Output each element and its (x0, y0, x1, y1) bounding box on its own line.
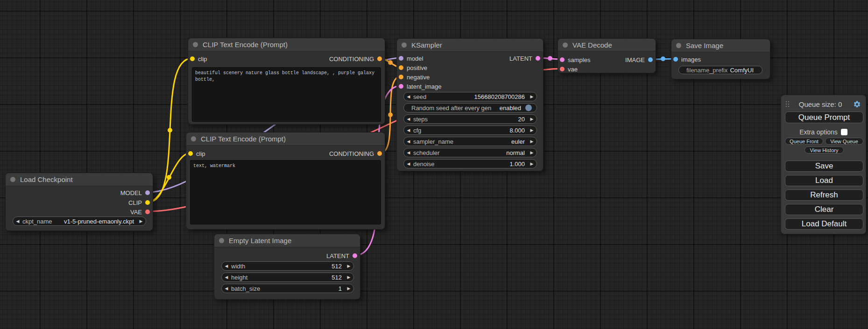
refresh-button[interactable]: Refresh (785, 189, 863, 201)
collapse-dot-icon[interactable] (563, 42, 568, 48)
view-queue-button[interactable]: View Queue (825, 138, 863, 145)
widget-filename-prefix[interactable]: filename_prefix ComfyUI (678, 66, 762, 74)
increment-arrow-icon[interactable]: ▶ (344, 284, 353, 293)
increment-arrow-icon[interactable]: ▶ (344, 273, 353, 281)
wire-midpoint-dot (661, 56, 665, 61)
decrement-arrow-icon[interactable]: ◀ (222, 284, 231, 293)
node-title-bar[interactable]: Empty Latent Image (214, 234, 360, 247)
increment-arrow-icon[interactable]: ▶ (527, 137, 536, 146)
decrement-arrow-icon[interactable]: ◀ (222, 273, 231, 281)
node-title: Save Image (686, 42, 723, 49)
node-vae-decode[interactable]: VAE Decode samples IMAGE vae (557, 38, 656, 73)
node-title-bar[interactable]: KSampler (397, 39, 543, 52)
widget-steps[interactable]: ◀ steps 20 ▶ (403, 114, 537, 124)
load-button[interactable]: Load (785, 175, 863, 186)
save-button[interactable]: Save (785, 161, 863, 172)
output-port-latent[interactable] (353, 253, 357, 258)
input-row-vae: vae (558, 64, 656, 74)
drag-handle-icon[interactable] (786, 101, 790, 107)
widget-ckpt-name[interactable]: ◀ ckpt_name v1-5-pruned-emaonly.ckpt ▶ (13, 217, 146, 226)
widget-denoise[interactable]: ◀ denoise 1.000 ▶ (403, 159, 537, 168)
extra-options-checkbox[interactable] (841, 129, 847, 135)
node-empty-latent-image[interactable]: Empty Latent Image LATENT ◀ width 512 ▶ … (214, 234, 360, 300)
widget-batch-size[interactable]: ◀ batch_size 1 ▶ (221, 284, 354, 293)
widget-seed[interactable]: ◀ seed 156680208700286 ▶ (403, 92, 537, 101)
output-port-latent[interactable] (536, 56, 540, 61)
prompt-textarea[interactable]: text, watermark (190, 160, 381, 224)
widget-random-seed-toggle[interactable]: Random seed after every gen enabled (403, 103, 537, 112)
decrement-arrow-icon[interactable]: ◀ (404, 160, 413, 168)
collapse-dot-icon[interactable] (219, 238, 224, 243)
node-title: CLIP Text Encode (Prompt) (203, 41, 288, 49)
node-graph-canvas[interactable]: Load Checkpoint MODEL CLIP VAE ◀ ckpt_na… (0, 0, 868, 329)
decrement-arrow-icon[interactable]: ◀ (222, 262, 231, 270)
queue-panel[interactable]: Queue size: 0 Queue Prompt Extra options… (781, 95, 866, 234)
collapse-dot-icon[interactable] (10, 177, 15, 182)
wire-midpoint-dot (168, 128, 172, 133)
increment-arrow-icon[interactable]: ▶ (527, 148, 536, 157)
decrement-arrow-icon[interactable]: ◀ (404, 148, 413, 157)
collapse-dot-icon[interactable] (676, 43, 681, 48)
decrement-arrow-icon[interactable]: ◀ (404, 126, 413, 134)
input-port-vae[interactable] (560, 67, 565, 71)
node-title: Load Checkpoint (20, 175, 73, 183)
increment-arrow-icon[interactable]: ▶ (344, 262, 353, 270)
collapse-dot-icon[interactable] (402, 42, 407, 48)
output-row-vae: VAE (6, 207, 153, 217)
decrement-arrow-icon[interactable]: ◀ (13, 217, 22, 225)
input-port-images[interactable] (673, 57, 678, 62)
widget-scheduler[interactable]: ◀ scheduler normal ▶ (403, 148, 537, 157)
input-port-latent-image[interactable] (399, 84, 403, 89)
node-title-bar[interactable]: VAE Decode (558, 39, 656, 51)
output-port-image[interactable] (648, 57, 653, 62)
increment-arrow-icon[interactable]: ▶ (527, 126, 536, 134)
node-title: CLIP Text Encode (Prompt) (201, 135, 286, 143)
node-title-bar[interactable]: Load Checkpoint (6, 173, 153, 186)
node-clip-text-encode-negative[interactable]: CLIP Text Encode (Prompt) clip CONDITION… (186, 132, 385, 230)
node-clip-text-encode-positive[interactable]: CLIP Text Encode (Prompt) clip CONDITION… (188, 38, 385, 125)
node-title: VAE Decode (572, 41, 612, 49)
collapse-dot-icon[interactable] (193, 42, 198, 47)
collapse-dot-icon[interactable] (191, 136, 196, 141)
input-port-positive[interactable] (399, 65, 403, 70)
decrement-arrow-icon[interactable]: ◀ (404, 92, 413, 101)
widget-sampler-name[interactable]: ◀ sampler_name euler ▶ (403, 137, 537, 146)
output-row-conditioning: CONDITIONING (186, 149, 385, 158)
increment-arrow-icon[interactable]: ▶ (136, 217, 146, 225)
queue-front-button[interactable]: Queue Front (785, 138, 823, 145)
extra-options-label: Extra options (799, 128, 838, 136)
input-row-images: images (671, 55, 770, 64)
node-title-bar[interactable]: CLIP Text Encode (Prompt) (186, 133, 385, 146)
node-title-bar[interactable]: CLIP Text Encode (Prompt) (188, 38, 385, 51)
node-ksampler[interactable]: KSampler model LATENT positive negative … (396, 38, 543, 171)
node-title-bar[interactable]: Save Image (671, 39, 770, 52)
node-save-image[interactable]: Save Image images filename_prefix ComfyU… (671, 39, 770, 79)
output-port-conditioning[interactable] (377, 56, 382, 61)
widget-height[interactable]: ◀ height 512 ▶ (221, 273, 354, 282)
toggle-knob-icon[interactable] (525, 105, 532, 111)
increment-arrow-icon[interactable]: ▶ (527, 92, 536, 101)
node-load-checkpoint[interactable]: Load Checkpoint MODEL CLIP VAE ◀ ckpt_na… (5, 173, 153, 231)
output-row-conditioning: CONDITIONING (188, 54, 385, 63)
widget-cfg[interactable]: ◀ cfg 8.000 ▶ (403, 126, 537, 135)
wire-midpoint-dot (388, 60, 393, 65)
wire-midpoint-dot (167, 175, 171, 180)
decrement-arrow-icon[interactable]: ◀ (404, 115, 413, 123)
input-port-negative[interactable] (399, 75, 403, 79)
decrement-arrow-icon[interactable]: ◀ (404, 137, 413, 146)
prompt-textarea[interactable]: beautiful scenery nature glass bottle la… (192, 67, 381, 122)
output-port-vae[interactable] (145, 210, 150, 214)
output-row-model: MODEL (6, 188, 153, 197)
queue-size-label: Queue size: 0 (790, 100, 851, 108)
settings-gear-icon[interactable] (853, 100, 861, 108)
increment-arrow-icon[interactable]: ▶ (527, 115, 536, 123)
widget-width[interactable]: ◀ width 512 ▶ (221, 261, 354, 271)
clear-button[interactable]: Clear (785, 204, 863, 215)
output-port-model[interactable] (145, 190, 150, 195)
output-port-clip[interactable] (145, 200, 150, 205)
queue-prompt-button[interactable]: Queue Prompt (785, 112, 863, 123)
increment-arrow-icon[interactable]: ▶ (527, 160, 536, 168)
load-default-button[interactable]: Load Default (785, 218, 863, 230)
output-port-conditioning[interactable] (377, 151, 382, 156)
view-history-button[interactable]: View History (804, 147, 844, 154)
